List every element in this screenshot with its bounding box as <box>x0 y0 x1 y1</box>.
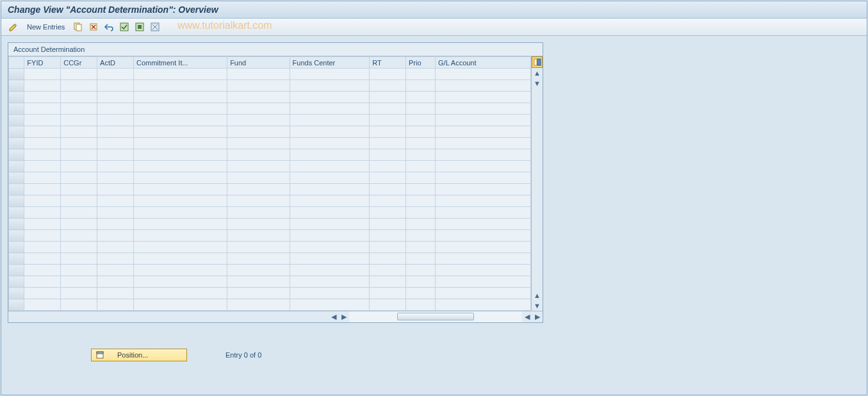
cell[interactable] <box>61 138 97 149</box>
table-settings-icon[interactable] <box>532 56 543 68</box>
deselect-all-icon[interactable] <box>149 21 161 33</box>
cell[interactable] <box>61 230 97 242</box>
cell[interactable] <box>61 219 97 230</box>
cell[interactable] <box>436 161 531 172</box>
cell[interactable] <box>97 138 134 149</box>
cell[interactable] <box>97 242 134 253</box>
cell[interactable] <box>24 138 61 149</box>
table-row[interactable] <box>9 288 531 299</box>
cell[interactable] <box>24 80 61 92</box>
cell[interactable] <box>406 161 436 172</box>
copy-icon[interactable] <box>72 21 84 33</box>
cell[interactable] <box>24 92 61 103</box>
cell[interactable] <box>24 230 61 242</box>
row-selector[interactable] <box>9 103 24 115</box>
cell[interactable] <box>290 103 370 115</box>
cell[interactable] <box>436 172 531 184</box>
cell[interactable] <box>290 149 370 161</box>
cell[interactable] <box>97 276 134 288</box>
row-selector[interactable] <box>9 115 24 126</box>
row-selector[interactable] <box>9 184 24 195</box>
cell[interactable] <box>24 288 61 299</box>
cell[interactable] <box>227 299 290 311</box>
cell[interactable] <box>97 195 134 207</box>
row-selector[interactable] <box>9 230 24 242</box>
row-selector[interactable] <box>9 161 24 172</box>
cell[interactable] <box>290 92 370 103</box>
cell[interactable] <box>97 265 134 276</box>
cell[interactable] <box>97 161 134 172</box>
table-row[interactable] <box>9 276 531 288</box>
cell[interactable] <box>61 207 97 219</box>
cell[interactable] <box>133 138 227 149</box>
col-header[interactable]: ActD <box>97 57 134 69</box>
horizontal-scrollbar[interactable]: ◀ ▶ ◀ ▶ <box>8 311 543 322</box>
cell[interactable] <box>24 161 61 172</box>
cell[interactable] <box>436 242 531 253</box>
cell[interactable] <box>227 69 290 80</box>
cell[interactable] <box>227 265 290 276</box>
cell[interactable] <box>97 230 134 242</box>
cell[interactable] <box>133 253 227 265</box>
cell[interactable] <box>227 195 290 207</box>
cell[interactable] <box>406 242 436 253</box>
select-block-icon[interactable] <box>134 21 145 33</box>
cell[interactable] <box>227 149 290 161</box>
row-selector[interactable] <box>9 80 24 92</box>
hscroll-track[interactable] <box>349 311 522 322</box>
cell[interactable] <box>370 161 406 172</box>
cell[interactable] <box>290 126 370 138</box>
new-entries-button[interactable]: New Entries <box>27 23 65 31</box>
cell[interactable] <box>436 299 531 311</box>
cell[interactable] <box>133 299 227 311</box>
cell[interactable] <box>61 253 97 265</box>
row-selector[interactable] <box>9 69 24 80</box>
cell[interactable] <box>97 172 134 184</box>
table-row[interactable] <box>9 126 531 138</box>
cell[interactable] <box>436 184 531 195</box>
cell[interactable] <box>227 253 290 265</box>
cell[interactable] <box>406 80 436 92</box>
cell[interactable] <box>406 219 436 230</box>
cell[interactable] <box>436 195 531 207</box>
cell[interactable] <box>24 276 61 288</box>
cell[interactable] <box>406 207 436 219</box>
cell[interactable] <box>97 69 134 80</box>
cell[interactable] <box>436 265 531 276</box>
scroll-left-icon[interactable]: ◀ <box>329 311 339 322</box>
vertical-scrollbar[interactable]: ▲ ▼ ▲ ▼ <box>531 56 543 311</box>
cell[interactable] <box>370 276 406 288</box>
cell[interactable] <box>97 103 134 115</box>
data-grid[interactable]: FYIDCCGrActDCommitment It...FundFunds Ce… <box>8 56 531 311</box>
cell[interactable] <box>24 299 61 311</box>
cell[interactable] <box>290 299 370 311</box>
cell[interactable] <box>290 184 370 195</box>
cell[interactable] <box>133 149 227 161</box>
cell[interactable] <box>97 126 134 138</box>
cell[interactable] <box>370 126 406 138</box>
table-row[interactable] <box>9 230 531 242</box>
cell[interactable] <box>290 161 370 172</box>
row-selector[interactable] <box>9 265 24 276</box>
cell[interactable] <box>436 288 531 299</box>
select-all-icon[interactable] <box>119 21 130 33</box>
cell[interactable] <box>370 138 406 149</box>
scroll-up-icon[interactable]: ▲ <box>532 68 543 78</box>
col-header[interactable]: Funds Center <box>290 57 370 69</box>
cell[interactable] <box>227 103 290 115</box>
cell[interactable] <box>406 276 436 288</box>
row-select-header[interactable] <box>9 57 24 69</box>
cell[interactable] <box>406 103 436 115</box>
cell[interactable] <box>406 172 436 184</box>
table-row[interactable] <box>9 265 531 276</box>
cell[interactable] <box>406 69 436 80</box>
cell[interactable] <box>133 288 227 299</box>
cell[interactable] <box>370 299 406 311</box>
cell[interactable] <box>370 219 406 230</box>
cell[interactable] <box>61 69 97 80</box>
cell[interactable] <box>133 242 227 253</box>
cell[interactable] <box>24 253 61 265</box>
col-header[interactable]: RT <box>370 57 406 69</box>
cell[interactable] <box>436 149 531 161</box>
cell[interactable] <box>61 80 97 92</box>
